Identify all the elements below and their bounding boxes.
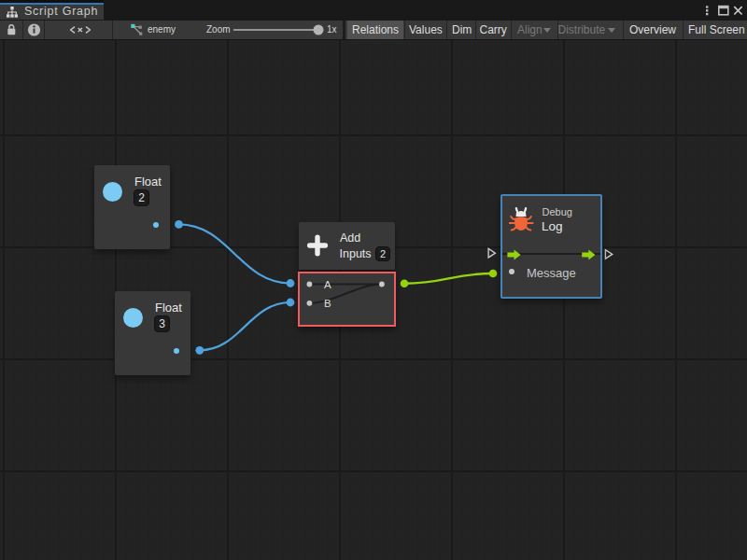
svg-text:A: A bbox=[324, 278, 331, 289]
svg-text:B: B bbox=[324, 298, 331, 309]
